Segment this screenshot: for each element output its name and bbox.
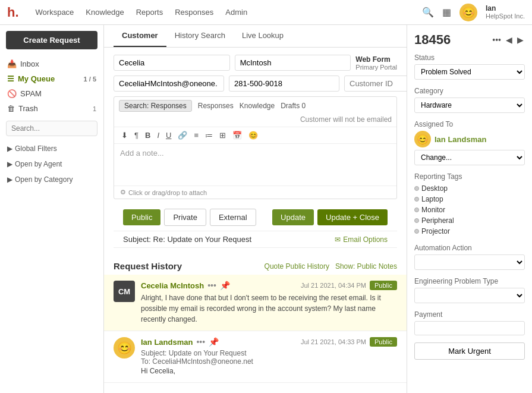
history-body-1: Ian Landsman ••• 📌 Jul 21 2021, 04:33 PM… bbox=[141, 337, 397, 376]
sidebar-item-trash[interactable]: 🗑 Trash 1 bbox=[0, 101, 103, 116]
subject-line: Subject: Re: Update on Your Request ✉ Em… bbox=[114, 231, 397, 248]
history-dots-0[interactable]: ••• bbox=[207, 281, 216, 290]
sidebar-open-by-category[interactable]: ▶ Open by Category bbox=[0, 172, 103, 187]
history-pin-0[interactable]: 📌 bbox=[220, 281, 230, 290]
search-responses-btn[interactable]: Search: Responses bbox=[119, 100, 192, 112]
nav-admin[interactable]: Admin bbox=[225, 8, 247, 17]
ticket-more-btn[interactable]: ••• bbox=[491, 34, 502, 46]
drafts-link[interactable]: Drafts 0 bbox=[281, 102, 306, 110]
sidebar-section-label-2: Open by Agent bbox=[15, 160, 62, 168]
chevron-right-icon: ▶ bbox=[7, 144, 12, 153]
show-label[interactable]: Show: Public Notes bbox=[335, 262, 397, 271]
table-icon[interactable]: ⊞ bbox=[217, 130, 228, 141]
history-date-0: Jul 21 2021, 04:34 PM bbox=[301, 282, 366, 289]
history-body-0: Cecelia McIntosh ••• 📌 Jul 21 2021, 04:3… bbox=[141, 281, 397, 325]
history-dots-1[interactable]: ••• bbox=[196, 337, 205, 347]
grid-icon[interactable]: ▦ bbox=[442, 7, 451, 18]
first-name-field[interactable] bbox=[114, 55, 230, 71]
status-section: Status Problem Solved bbox=[414, 54, 525, 80]
automation-select[interactable] bbox=[414, 254, 525, 270]
tag-laptop[interactable]: Laptop bbox=[414, 194, 525, 205]
history-to-1: To: CeceliaHMcIntosh@oneone.net bbox=[141, 357, 397, 366]
user-name: Ian bbox=[486, 4, 525, 12]
not-emailed-text: Customer will not be emailed bbox=[300, 115, 392, 124]
link-icon[interactable]: 🔗 bbox=[175, 130, 190, 141]
history-date-1: Jul 21 2021, 04:33 PM bbox=[301, 338, 366, 345]
sidebar-item-myqueue[interactable]: ☰ My Queue 1 / 5 bbox=[0, 71, 103, 86]
category-select[interactable]: Hardware bbox=[414, 98, 525, 113]
editor-area[interactable]: Add a note... bbox=[114, 144, 396, 186]
tag-projector[interactable]: Projector bbox=[414, 226, 525, 237]
knowledge-link[interactable]: Knowledge bbox=[240, 102, 275, 110]
public-button[interactable]: Public bbox=[123, 209, 160, 225]
bold-icon[interactable]: B bbox=[143, 130, 153, 141]
web-form-badge: Web Form Primary Portal bbox=[355, 55, 397, 71]
sidebar-item-inbox[interactable]: 📥 Inbox bbox=[0, 56, 103, 71]
sidebar-global-filters[interactable]: ▶ Global Filters bbox=[0, 141, 103, 156]
responses-link[interactable]: Responses bbox=[198, 102, 234, 110]
trash-count: 1 bbox=[93, 105, 96, 112]
paragraph-icon[interactable]: ¶ bbox=[132, 130, 141, 141]
action-bar: Public Private External Update Update + … bbox=[114, 204, 397, 231]
tab-history-search[interactable]: History Search bbox=[166, 25, 234, 47]
tag-label-projector: Projector bbox=[421, 227, 450, 235]
email-field[interactable] bbox=[114, 76, 224, 92]
private-button[interactable]: Private bbox=[164, 209, 206, 226]
change-select[interactable]: Change... bbox=[414, 150, 525, 165]
ordered-list-icon[interactable]: ≔ bbox=[203, 130, 215, 141]
tab-customer[interactable]: Customer bbox=[114, 25, 166, 47]
payment-field[interactable] bbox=[414, 321, 525, 335]
mark-urgent-button[interactable]: Mark Urgent bbox=[414, 342, 525, 360]
search-icon[interactable]: 🔍 bbox=[422, 7, 434, 18]
history-meta-1: Ian Landsman ••• 📌 Jul 21 2021, 04:33 PM… bbox=[141, 337, 397, 347]
sidebar-open-by-agent[interactable]: ▶ Open by Agent bbox=[0, 156, 103, 172]
external-button[interactable]: External bbox=[210, 209, 256, 226]
ticket-next-btn[interactable]: ▶ bbox=[516, 34, 525, 46]
last-name-field[interactable] bbox=[235, 55, 351, 71]
underline-icon[interactable]: U bbox=[163, 130, 174, 141]
history-pin-1[interactable]: 📌 bbox=[209, 337, 219, 347]
update-close-button[interactable]: Update + Close bbox=[317, 209, 388, 225]
avatar: 😊 bbox=[459, 4, 477, 21]
public-badge-0: Public bbox=[370, 281, 397, 290]
chevron-right-icon-2: ▶ bbox=[7, 160, 12, 168]
assigned-label: Assigned To bbox=[414, 120, 525, 128]
engineering-select[interactable] bbox=[414, 288, 525, 303]
nav-knowledge[interactable]: Knowledge bbox=[86, 8, 124, 17]
nav-reports[interactable]: Reports bbox=[136, 8, 163, 17]
main-layout: Create Request 📥 Inbox ☰ My Queue 1 / 5 … bbox=[0, 25, 532, 393]
phone-field[interactable] bbox=[229, 76, 339, 92]
tag-label-laptop: Laptop bbox=[421, 195, 443, 203]
tag-desktop[interactable]: Desktop bbox=[414, 183, 525, 194]
tag-peripheral[interactable]: Peripheral bbox=[414, 215, 525, 226]
history-text-0: Alright, I have done that but I don't se… bbox=[141, 293, 397, 325]
update-button[interactable]: Update bbox=[272, 209, 314, 225]
tag-label-peripheral: Peripheral bbox=[421, 216, 454, 225]
calendar-icon[interactable]: 📅 bbox=[230, 130, 244, 141]
form-area: Web Form Primary Portal Search: Response… bbox=[104, 48, 407, 255]
category-section: Category Hardware bbox=[414, 87, 525, 113]
assigned-name: Ian Landsman bbox=[435, 135, 486, 144]
italic-icon[interactable]: I bbox=[155, 130, 162, 141]
download-icon[interactable]: ⬇ bbox=[119, 130, 130, 141]
nav-workspace[interactable]: Workspace bbox=[36, 8, 74, 17]
create-request-button[interactable]: Create Request bbox=[6, 31, 97, 49]
payment-section: Payment bbox=[414, 310, 525, 335]
history-greeting-1: Hi Cecelia, bbox=[141, 366, 397, 376]
search-input[interactable] bbox=[6, 121, 97, 136]
bullet-list-icon[interactable]: ≡ bbox=[191, 130, 201, 141]
ticket-prev-btn[interactable]: ◀ bbox=[505, 34, 514, 46]
nav-responses[interactable]: Responses bbox=[175, 8, 213, 17]
emoji-icon[interactable]: 😊 bbox=[246, 130, 260, 141]
tab-live-lookup[interactable]: Live Lookup bbox=[234, 25, 292, 47]
email-options-button[interactable]: ✉ Email Options bbox=[335, 235, 388, 244]
inbox-icon: 📥 bbox=[7, 59, 17, 68]
public-badge-1: Public bbox=[370, 337, 397, 347]
sidebar-item-spam[interactable]: 🚫 SPAM bbox=[0, 86, 103, 101]
tags-section: Reporting Tags Desktop Laptop Monitor Pe… bbox=[414, 172, 525, 237]
status-select[interactable]: Problem Solved bbox=[414, 64, 525, 80]
customer-id-field[interactable] bbox=[344, 76, 407, 92]
quote-public-link[interactable]: Quote Public History bbox=[265, 262, 329, 271]
history-name-1: Ian Landsman bbox=[141, 338, 193, 347]
tag-monitor[interactable]: Monitor bbox=[414, 205, 525, 215]
